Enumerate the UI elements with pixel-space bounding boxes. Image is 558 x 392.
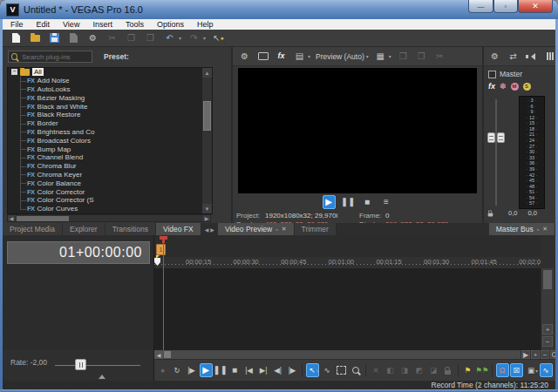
menu-item[interactable]: Edit — [37, 20, 51, 29]
plugin-row[interactable]: FX Chroma Blur — [8, 162, 202, 171]
dock-tab[interactable]: Transitions — [105, 223, 156, 235]
plugin-row[interactable]: FX Black Restore — [8, 111, 202, 119]
zoom-out-time-button[interactable]: − — [541, 350, 549, 359]
play-button[interactable]: ▶ — [200, 363, 213, 377]
mixer-views-button[interactable] — [544, 50, 555, 63]
loop-playback-button[interactable]: ↻ — [171, 363, 184, 377]
save-button[interactable] — [48, 31, 61, 44]
panel-close-icon[interactable]: ✕ — [282, 226, 287, 233]
automation-settings-icon[interactable]: ✽ — [500, 82, 507, 91]
marker-bar[interactable] — [154, 235, 541, 257]
tree-expander-icon[interactable]: − — [11, 69, 17, 75]
tree-root-label[interactable]: All — [32, 68, 44, 76]
plugin-row[interactable]: FX Bump Map — [8, 145, 202, 153]
menu-item[interactable]: File — [10, 20, 24, 29]
timecode-display[interactable]: 01+00:00:00 — [7, 241, 150, 264]
zoom-out-track-height-button[interactable]: − — [542, 336, 553, 347]
zoom-in-track-height-button[interactable]: + — [542, 324, 553, 335]
close-button[interactable]: ✕ — [518, 0, 553, 13]
timeline-tracks[interactable] — [154, 268, 541, 350]
plugin-row[interactable]: FX Channel Blend — [8, 153, 202, 162]
lock-faders-icon[interactable] — [488, 213, 493, 217]
envelope-edit-tool-button[interactable]: ∿ — [321, 363, 334, 377]
menu-item[interactable]: View — [63, 20, 79, 29]
panel-maximize-icon[interactable]: ▫ — [276, 226, 277, 233]
tab-scroll-right-icon[interactable]: ▶ — [210, 226, 214, 233]
split-screen-dropdown[interactable]: ▾ — [308, 53, 310, 59]
hscroll-thumb[interactable] — [164, 351, 171, 358]
maximize-button[interactable]: ▫ — [493, 0, 518, 13]
pause-button[interactable]: ❚❚ — [214, 363, 227, 377]
edit-tool-dropdown[interactable]: ▾ — [316, 368, 319, 374]
plugin-row[interactable]: FX Color Corrector — [8, 187, 202, 196]
preview-quality-dropdown[interactable]: ▾ — [366, 53, 369, 59]
menu-item[interactable]: Tools — [126, 20, 144, 29]
bus-collapse-icon[interactable] — [488, 71, 496, 78]
fader-handle-right[interactable] — [497, 132, 505, 143]
stop-button[interactable]: ■ — [228, 363, 242, 377]
external-monitor-button[interactable] — [256, 50, 269, 63]
properties-button[interactable]: ⚙ — [86, 31, 99, 44]
interaction-help-button[interactable]: ↖● — [212, 31, 225, 44]
dock-tab[interactable]: Video FX — [156, 223, 201, 235]
menu-item[interactable]: Options — [157, 20, 184, 29]
play-from-start-button[interactable]: |▶ — [185, 363, 198, 377]
mute-button[interactable]: M — [511, 83, 519, 91]
preview-quality-selector[interactable]: Preview (Auto) — [316, 52, 364, 61]
plugin-scroll-thumb[interactable] — [203, 101, 211, 131]
plugin-row[interactable]: FX Broadcast Colors — [8, 136, 202, 145]
redo-dropdown[interactable]: ▾ — [203, 35, 206, 41]
playhead-handle[interactable] — [160, 236, 167, 240]
tree-root-row[interactable]: − All — [8, 68, 202, 77]
plugin-row[interactable]: FX Black and White — [8, 102, 202, 111]
rate-reset-arrow-icon[interactable] — [99, 371, 105, 379]
plugin-row[interactable]: FX Color Corrector (S — [8, 196, 202, 205]
ripple-mode-dropdown[interactable]: ▾ — [535, 368, 538, 374]
previous-frame-button[interactable]: ◀| — [271, 363, 284, 377]
go-to-start-button[interactable]: |◀ — [242, 363, 255, 377]
insert-region-button[interactable]: ⚑⚑ — [476, 363, 489, 377]
timeline-marker-flag[interactable]: 1 — [156, 244, 166, 255]
plugin-row[interactable]: FX Brightness and Co — [8, 128, 202, 137]
plugin-row[interactable]: FX Color Balance — [8, 179, 202, 187]
time-ruler[interactable]: 00:00:1500:00:3000:00:4500:01:0000:01:15… — [154, 257, 541, 269]
tab-video-preview[interactable]: Video Preview ▫ ✕ — [218, 223, 295, 235]
undo-dropdown[interactable]: ▾ — [179, 35, 181, 41]
preview-pause-button[interactable]: ❚❚ — [342, 195, 355, 209]
downmix-output-button[interactable] — [526, 50, 537, 63]
plugin-row[interactable]: FX Color Curves — [8, 205, 202, 213]
plugin-row[interactable]: FX Border — [8, 119, 202, 128]
next-frame-button[interactable]: |▶ — [286, 363, 299, 377]
timeline-vscroll-thumb[interactable] — [543, 270, 552, 289]
selection-edit-tool-button[interactable] — [335, 363, 348, 377]
go-to-end-button[interactable]: ▶| — [257, 363, 270, 377]
hscroll-left-icon[interactable]: ◀ — [154, 350, 163, 359]
overlays-dropdown[interactable]: ▾ — [389, 53, 391, 59]
plugin-row[interactable]: FX Add Noise — [8, 77, 202, 85]
plugin-row[interactable]: FX AutoLooks — [8, 85, 202, 94]
mixer-properties-button[interactable]: ⚙ — [489, 50, 500, 63]
plugin-row[interactable]: FX Chroma Keyer — [8, 171, 202, 179]
preview-stop-button[interactable]: ■ — [361, 195, 374, 209]
panel-close-icon[interactable]: ✕ — [542, 226, 548, 233]
plugin-horizontal-scrollbar[interactable]: ◀ ▶ — [7, 214, 211, 222]
timeline-vertical-scrollbar[interactable]: + − — [541, 268, 554, 350]
plugin-vertical-scrollbar[interactable]: ▲ ▼ — [202, 68, 212, 213]
plugin-row[interactable]: FX Bézier Masking — [8, 93, 202, 102]
new-project-button[interactable] — [10, 31, 23, 44]
scroll-down-icon[interactable]: ▼ — [202, 204, 212, 213]
panel-maximize-icon[interactable]: ▫ — [537, 226, 539, 233]
rate-slider-handle[interactable] — [75, 359, 86, 370]
tab-scroll-left-icon[interactable]: ◀ — [205, 226, 209, 233]
dock-tab[interactable]: Project Media — [3, 223, 63, 235]
video-output-fx-button[interactable]: fx — [275, 50, 288, 63]
preview-options-icon[interactable]: ≡ — [380, 195, 393, 209]
preview-play-button[interactable]: ▶ — [323, 195, 336, 209]
project-properties-button[interactable]: ⚙ — [238, 50, 251, 63]
open-button[interactable] — [29, 31, 42, 44]
scroll-left-icon[interactable]: ◀ — [8, 215, 15, 221]
insert-marker-button[interactable]: ⚑ — [461, 363, 474, 377]
undo-button[interactable]: ↶ — [163, 31, 176, 44]
plugin-search-box[interactable] — [8, 51, 92, 63]
zoom-edit-tool-button[interactable] — [350, 363, 363, 377]
